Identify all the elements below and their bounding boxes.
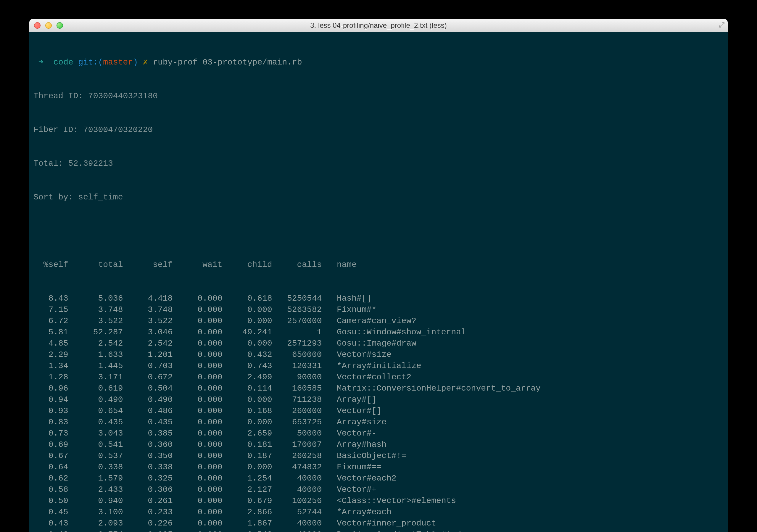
table-row: 8.435.0364.4180.0000.6185250544Hash#[] [33,293,724,304]
cell-calls: 2570000 [272,315,322,327]
cell-calls: 711238 [272,394,322,405]
cell-calls: 40000 [272,529,322,532]
cell-child: 0.548 [222,529,272,532]
cell-self: 0.261 [123,495,172,507]
fiber-id-line: Fiber ID: 70300470320220 [33,124,724,135]
cell-wait: 0.000 [172,428,222,439]
cell-child: 2.127 [222,484,272,495]
table-row: 0.430.7740.2250.0000.54840000Perlin::Gra… [33,529,724,532]
cell-total: 0.537 [68,450,123,461]
table-row: 0.960.6190.5040.0000.114160585Matrix::Co… [33,383,724,394]
cell-wait: 0.000 [172,360,222,371]
cell-self: 0.486 [123,405,172,417]
cell-self: 0.233 [123,507,172,518]
cell-calls: 2571293 [272,338,322,349]
cell-self_pct: 1.28 [33,371,68,383]
cell-total: 3.043 [68,428,123,439]
cell-total: 52.287 [68,327,123,338]
cell-self_pct: 0.94 [33,394,68,405]
git-label: git:( [78,58,103,67]
cell-child: 0.114 [222,383,272,394]
command-text: ruby-prof 03-prototype/main.rb [153,58,302,67]
cell-calls: 40000 [272,518,322,529]
git-close: ) [133,58,138,67]
table-row: 4.852.5422.5420.0000.0002571293Gosu::Ima… [33,338,724,349]
cell-wait: 0.000 [172,315,222,327]
cell-self: 0.226 [123,518,172,529]
cell-child: 0.000 [222,315,272,327]
cell-self_pct: 0.69 [33,439,68,450]
cell-wait: 0.000 [172,495,222,507]
table-header: %selftotalselfwaitchildcallsname [33,259,724,270]
cell-self: 4.418 [123,293,172,304]
cell-self_pct: 0.45 [33,507,68,518]
cell-wait: 0.000 [172,293,222,304]
shell-prompt: ➜ code git:(master) ✗ ruby-prof 03-proto… [33,57,724,68]
cell-wait: 0.000 [172,394,222,405]
cell-self_pct: 1.34 [33,360,68,371]
git-branch: master [103,58,133,67]
cell-total: 3.100 [68,507,123,518]
cell-self_pct: 0.43 [33,529,68,532]
cell-child: 2.499 [222,371,272,383]
cell-calls: 260000 [272,405,322,417]
cell-calls: 1 [272,327,322,338]
cell-total: 3.748 [68,304,123,315]
table-row: 0.940.4900.4900.0000.000711238Array#[] [33,394,724,405]
cell-self_pct: 0.62 [33,473,68,484]
traffic-lights [34,22,63,29]
table-row: 0.640.3380.3380.0000.000474832Fixnum#== [33,461,724,473]
cell-wait: 0.000 [172,518,222,529]
cell-name: <Class::Vector>#elements [322,495,456,507]
cell-wait: 0.000 [172,484,222,495]
cell-name: Array#[] [322,394,377,405]
cell-self_pct: 0.50 [33,495,68,507]
cell-wait: 0.000 [172,417,222,428]
cell-total: 0.940 [68,495,123,507]
cell-total: 1.445 [68,360,123,371]
cell-total: 0.338 [68,461,123,473]
minimize-icon[interactable] [45,22,52,29]
cell-child: 2.866 [222,507,272,518]
table-row: 2.291.6331.2010.0000.432650000Vector#siz… [33,349,724,360]
cell-wait: 0.000 [172,507,222,518]
cell-self: 0.325 [123,473,172,484]
cell-total: 2.093 [68,518,123,529]
cell-calls: 120331 [272,360,322,371]
cell-total: 0.490 [68,394,123,405]
cell-total: 3.522 [68,315,123,327]
zoom-icon[interactable] [56,22,63,29]
cell-name: Fixnum#== [322,461,382,473]
cell-child: 0.000 [222,417,272,428]
total-line: Total: 52.392213 [33,158,724,169]
cell-name: Perlin::GradientTable#index [322,529,471,532]
cell-calls: 653725 [272,417,322,428]
thread-id-line: Thread ID: 70300440323180 [33,91,724,102]
cell-child: 49.241 [222,327,272,338]
cell-wait: 0.000 [172,338,222,349]
cell-name: Gosu::Image#draw [322,338,416,349]
cell-name: Array#hash [322,439,386,450]
fullscreen-icon[interactable] [719,22,725,28]
cell-total: 0.654 [68,405,123,417]
prompt-arrow-icon: ➜ [39,58,44,67]
cell-calls: 100256 [272,495,322,507]
terminal-viewport[interactable]: ➜ code git:(master) ✗ ruby-prof 03-proto… [29,32,728,532]
cell-name: Vector#size [322,349,391,360]
cell-calls: 40000 [272,473,322,484]
title-bar[interactable]: 3. less 04-profiling/naive_profile_2.txt… [29,19,728,32]
cell-wait: 0.000 [172,371,222,383]
cell-wait: 0.000 [172,327,222,338]
col-child: child [222,259,272,270]
window-title: 3. less 04-profiling/naive_profile_2.txt… [29,21,728,30]
table-row: 0.670.5370.3500.0000.187260258BasicObjec… [33,450,724,461]
cell-total: 0.541 [68,439,123,450]
table-row: 1.341.4450.7030.0000.743120331*Array#ini… [33,360,724,371]
cell-child: 0.000 [222,394,272,405]
cell-self: 0.225 [123,529,172,532]
cell-wait: 0.000 [172,450,222,461]
cell-total: 0.619 [68,383,123,394]
close-icon[interactable] [34,22,41,29]
cell-calls: 50000 [272,428,322,439]
cell-name: Array#size [322,417,386,428]
